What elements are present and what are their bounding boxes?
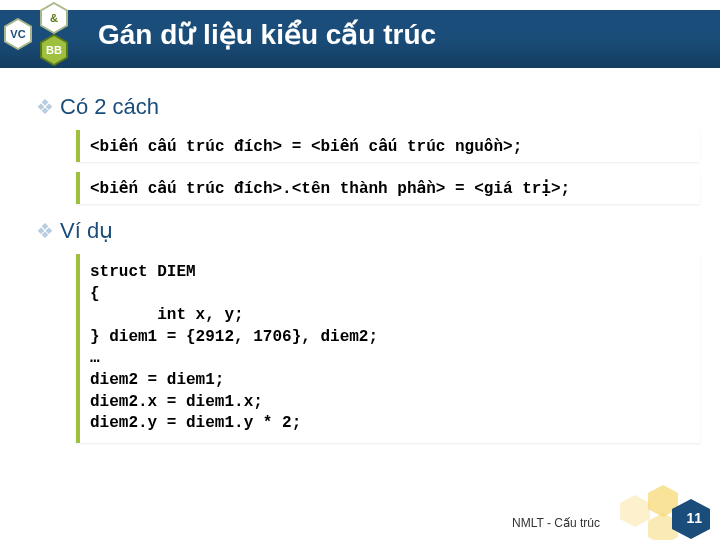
page-number: 11	[686, 510, 702, 526]
section-heading-example: Ví dụ	[30, 218, 700, 244]
page-title: Gán dữ liệu kiểu cấu trúc	[98, 18, 436, 51]
code-example: struct DIEM { int x, y; } diem1 = {2912,…	[76, 254, 700, 443]
hex-amp: &	[40, 2, 68, 34]
code-line-1: <biến cấu trúc đích> = <biến cấu trúc ng…	[76, 130, 700, 162]
footer: NMLT - Cấu trúc 11	[512, 490, 720, 540]
hex-vc: VC	[4, 18, 32, 50]
hex-bb-label: BB	[46, 44, 62, 56]
hex-bb: BB	[40, 34, 68, 66]
footer-text: NMLT - Cấu trúc	[512, 516, 600, 530]
hex-vc-label: VC	[10, 28, 25, 40]
section-heading-ways: Có 2 cách	[30, 94, 700, 120]
svg-marker-3	[620, 495, 650, 527]
code-line-2: <biến cấu trúc đích>.<tên thành phần> = …	[76, 172, 700, 204]
hex-amp-label: &	[50, 12, 58, 24]
footer-hex-decoration	[630, 490, 720, 540]
logo-hex-cluster: VC & BB	[0, 0, 90, 68]
